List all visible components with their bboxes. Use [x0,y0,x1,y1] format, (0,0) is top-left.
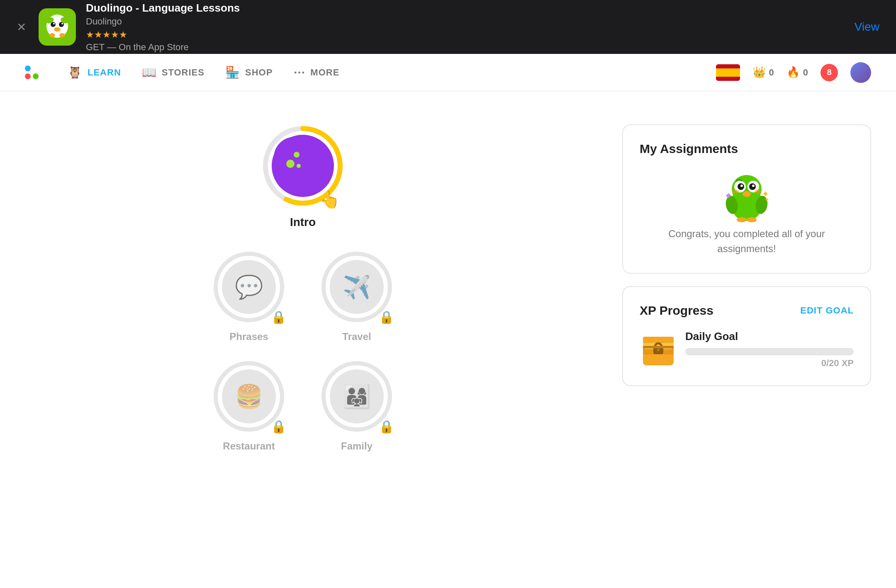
nav-shop[interactable]: 🏪 SHOP [225,66,273,79]
duolingo-logo-dots [25,66,39,79]
travel-label: Travel [342,331,371,343]
nav-more-label: MORE [310,67,339,78]
phrases-ring: 💬 🔒 [212,250,286,324]
logo-dot-empty [33,66,39,71]
app-icon [39,8,76,46]
nav-learn[interactable]: 🦉 LEARN [68,66,121,79]
assignments-title: My Assignments [640,142,854,156]
restaurant-inner: 🍔 [222,369,276,423]
lesson-grid: 💬 🔒 Phrases ✈️ 🔒 Travel [212,250,394,452]
streak-count: 0 [803,67,808,78]
stories-icon: 📖 [142,66,157,79]
xp-header: XP Progress EDIT GOAL [640,304,854,318]
nav-stories[interactable]: 📖 STORIES [142,66,205,79]
banner-view-button[interactable]: View [855,20,879,34]
gems-badge: 8 [821,64,838,81]
lesson-travel[interactable]: ✈️ 🔒 Travel [319,250,394,343]
user-avatar[interactable] [850,62,871,83]
duo-mascot: ◆ ◆ ◆ [722,168,772,218]
banner-developer: Duolingo [86,16,855,27]
click-hand-icon: 👆 [319,190,340,209]
main-content: 👆 Intro 💬 🔒 Phrases [0,91,896,485]
edit-goal-button[interactable]: EDIT GOAL [800,305,854,316]
family-label: Family [341,440,373,452]
crown-icon: 👑 [752,66,766,79]
family-ring: 👨‍👩‍👧 🔒 [319,359,394,434]
app-store-banner: ✕ Duolingo - Language Lessons Duolingo ★… [0,0,896,54]
banner-store-text: GET — On the App Store [86,42,855,53]
restaurant-label: Restaurant [223,440,275,452]
family-icon: 👨‍👩‍👧 [343,383,371,410]
svg-text:◆: ◆ [763,190,768,197]
svg-point-7 [53,23,55,24]
phrases-icon: 💬 [235,274,263,301]
restaurant-ring: 🍔 🔒 [212,359,286,434]
nav-stories-label: STORIES [162,67,205,78]
family-inner: 👨‍👩‍👧 [330,369,384,423]
travel-lock-icon: 🔒 [379,310,394,324]
chest-icon [640,331,677,368]
learn-icon: 🦉 [68,66,83,79]
svg-point-19 [297,164,301,168]
travel-icon: ✈️ [343,274,371,301]
svg-point-31 [752,185,755,187]
phrases-inner: 💬 [222,260,276,314]
svg-point-37 [737,217,747,222]
svg-point-16 [274,137,315,178]
svg-point-48 [657,349,660,351]
intro-inner [272,135,334,197]
goal-progress-track [685,348,854,355]
lesson-family[interactable]: 👨‍👩‍👧 🔒 Family [319,359,394,452]
svg-rect-45 [643,337,674,343]
crown-count: 0 [769,67,774,78]
nav-shop-label: SHOP [245,67,273,78]
nav-items: 🦉 LEARN 📖 STORIES 🏪 SHOP ⋯ MORE [68,66,716,79]
svg-point-30 [740,185,743,187]
lesson-restaurant[interactable]: 🍔 🔒 Restaurant [212,359,286,452]
streak-stat: 🔥 0 [786,66,808,79]
banner-app-title: Duolingo - Language Lessons [86,2,855,15]
phrases-label: Phrases [229,331,268,343]
nav-logo [25,66,43,79]
intro-lesson[interactable]: 👆 Intro [261,124,344,229]
banner-rating: ★★★★★ [86,29,855,40]
streak-icon: 🔥 [786,66,800,79]
right-panel: My Assignments [606,108,896,469]
svg-point-8 [61,23,63,24]
banner-close-button[interactable]: ✕ [17,20,26,34]
travel-inner: ✈️ [330,260,384,314]
daily-goal-row: Daily Goal 0/20 XP [640,330,854,369]
nav-more[interactable]: ⋯ MORE [293,66,339,79]
svg-point-38 [747,217,757,222]
gems-stat: 8 [821,64,838,81]
logo-dot-blue [25,66,31,71]
assignments-congrats-text: Congrats, you completed all of your assi… [640,226,854,256]
main-nav: 🦉 LEARN 📖 STORIES 🏪 SHOP ⋯ MORE 👑 0 [0,54,896,91]
svg-point-32 [743,191,751,197]
assignments-body: ◆ ◆ ◆ Congrats, you completed all of you… [640,168,854,256]
logo-dot-green [33,73,39,79]
svg-point-33 [732,190,739,194]
svg-point-17 [286,160,295,168]
restaurant-icon: 🍔 [235,383,263,410]
nav-learn-label: LEARN [88,67,121,78]
svg-point-9 [54,27,61,32]
assignments-card: My Assignments [622,124,871,274]
lesson-phrases[interactable]: 💬 🔒 Phrases [212,250,286,343]
svg-point-13 [59,33,65,37]
avatar-image [850,62,871,83]
logo-dot-red [25,73,31,79]
gems-count: 8 [827,68,831,77]
xp-title: XP Progress [640,304,713,318]
intro-ring: 👆 [261,124,344,207]
svg-point-12 [49,33,55,37]
svg-point-34 [755,190,761,194]
daily-goal-label: Daily Goal [685,330,854,343]
crowns-stat: 👑 0 [752,66,774,79]
lessons-panel: 👆 Intro 💬 🔒 Phrases [0,108,606,469]
phrases-lock-icon: 🔒 [271,310,286,324]
svg-rect-49 [643,346,674,348]
svg-point-18 [294,152,299,158]
language-flag-button[interactable] [716,64,740,81]
shop-icon: 🏪 [225,66,240,79]
